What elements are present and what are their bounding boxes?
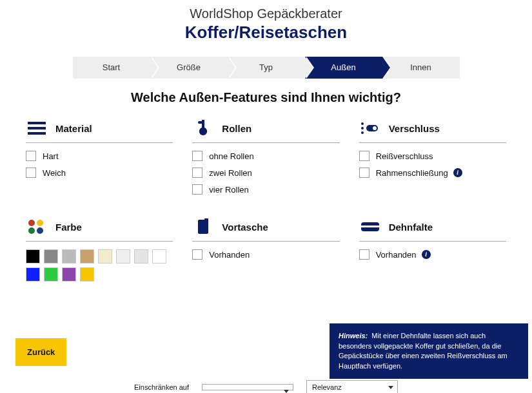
- section-vortasche: Vortasche Vorhanden: [192, 218, 339, 282]
- svg-point-5: [373, 126, 377, 130]
- page-supertitle: WorldShop Gepäckberater: [0, 6, 532, 21]
- checkbox-icon: [192, 151, 202, 161]
- color-icon: [26, 218, 48, 236]
- svg-point-3: [361, 131, 364, 134]
- option-rahmenschliessung[interactable]: Rahmenschließungi: [359, 168, 506, 178]
- section-farbe: Farbe: [26, 218, 173, 282]
- color-swatch[interactable]: [62, 267, 76, 282]
- filter-select[interactable]: [202, 384, 293, 390]
- option-ohne-rollen[interactable]: ohne Rollen: [192, 151, 339, 161]
- step-start[interactable]: Start: [73, 57, 150, 79]
- option-label: Reißverschluss: [376, 151, 433, 161]
- color-swatch[interactable]: [98, 249, 112, 264]
- color-swatch[interactable]: [62, 249, 76, 264]
- section-verschluss: Verschluss Reißverschluss Rahmenschließu…: [359, 119, 506, 201]
- option-zwei-rollen[interactable]: zwei Rollen: [192, 168, 339, 178]
- option-vortasche-vorhanden[interactable]: Vorhanden: [192, 249, 339, 260]
- wizard-steps: Start Größe Typ Außen Innen: [73, 57, 460, 79]
- checkbox-icon: [192, 168, 202, 178]
- footer-bar: Einschränken auf Relevanz: [0, 380, 532, 393]
- svg-point-0: [199, 128, 207, 135]
- color-swatch[interactable]: [26, 249, 40, 264]
- step-inside[interactable]: Innen: [382, 57, 460, 79]
- color-swatch[interactable]: [116, 249, 130, 264]
- section-material: Material Hart Weich: [26, 119, 173, 201]
- section-title: Material: [55, 123, 92, 134]
- option-dehnfalte-vorhanden[interactable]: Vorhandeni: [359, 249, 506, 260]
- sort-select[interactable]: Relevanz: [306, 380, 398, 393]
- option-label: vier Rollen: [209, 185, 248, 195]
- section-title: Farbe: [55, 222, 82, 233]
- checkbox-icon: [359, 168, 369, 178]
- expand-icon: [359, 218, 381, 236]
- checkbox-icon: [26, 151, 36, 161]
- page-title: Koffer/Reisetaschen: [0, 23, 532, 43]
- option-weich[interactable]: Weich: [26, 168, 173, 178]
- wheel-icon: [192, 119, 214, 137]
- step-outside[interactable]: Außen: [305, 57, 382, 79]
- section-title: Rollen: [222, 123, 251, 134]
- color-swatch[interactable]: [80, 249, 94, 264]
- option-vier-rollen[interactable]: vier Rollen: [192, 184, 339, 195]
- checkbox-icon: [192, 249, 202, 260]
- hint-tooltip: Hinweis: Mit einer Dehnfalte lassen sich…: [330, 323, 528, 379]
- svg-point-1: [361, 122, 364, 125]
- checkbox-icon: [192, 184, 202, 195]
- section-title: Dehnfalte: [389, 222, 433, 233]
- option-hart[interactable]: Hart: [26, 151, 173, 161]
- section-dehnfalte: Dehnfalte Vorhandeni: [359, 218, 506, 282]
- option-label: Vorhanden: [209, 250, 250, 260]
- checkbox-icon: [359, 249, 369, 260]
- step-size[interactable]: Größe: [150, 57, 228, 79]
- pocket-icon: [192, 218, 214, 236]
- info-icon[interactable]: i: [422, 250, 431, 259]
- option-reissverschluss[interactable]: Reißverschluss: [359, 151, 506, 161]
- svg-rect-7: [204, 218, 208, 222]
- option-label: Hart: [43, 151, 59, 161]
- color-swatch[interactable]: [152, 249, 166, 264]
- back-button[interactable]: Zurück: [15, 338, 66, 366]
- section-rollen: Rollen ohne Rollen zwei Rollen vier Roll…: [192, 119, 339, 201]
- info-icon[interactable]: i: [453, 168, 462, 177]
- question-heading: Welche Außen-Features sind Ihnen wichtig…: [0, 90, 532, 105]
- color-swatch[interactable]: [134, 249, 148, 264]
- section-title: Verschluss: [389, 123, 440, 134]
- color-swatch[interactable]: [44, 267, 58, 282]
- material-icon: [26, 119, 48, 137]
- option-label: Rahmenschließung: [376, 168, 448, 178]
- option-label: zwei Rollen: [209, 168, 251, 178]
- section-title: Vortasche: [222, 222, 268, 233]
- option-label: ohne Rollen: [209, 151, 253, 161]
- step-type[interactable]: Typ: [228, 57, 305, 79]
- option-label: Vorhanden: [376, 250, 417, 260]
- checkbox-icon: [359, 151, 369, 161]
- footer-label: Einschränken auf: [134, 383, 189, 391]
- color-swatch[interactable]: [44, 249, 58, 264]
- color-swatch[interactable]: [26, 267, 40, 282]
- color-swatches: [26, 249, 173, 282]
- option-label: Weich: [43, 168, 66, 178]
- color-swatch[interactable]: [80, 267, 94, 282]
- lock-icon: [359, 119, 381, 137]
- svg-point-2: [361, 127, 364, 129]
- checkbox-icon: [26, 168, 36, 178]
- tooltip-title: Hinweis:: [339, 332, 368, 340]
